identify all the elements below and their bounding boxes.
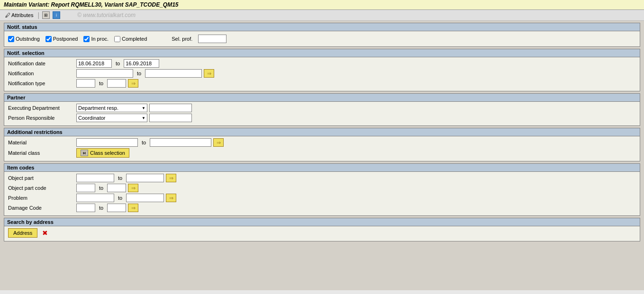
- checkbox-outstndng-input[interactable]: [8, 36, 14, 42]
- notification-to[interactable]: [145, 69, 202, 78]
- address-btn-label: Address: [13, 230, 32, 236]
- attributes-icon: 🖊: [5, 12, 10, 18]
- executing-dept-label: Executing Department: [8, 105, 74, 111]
- notif-type-to[interactable]: [107, 79, 126, 88]
- damage-code-arrow-btn[interactable]: ⇒: [128, 204, 138, 212]
- checkbox-inproc-label: In proc.: [91, 36, 109, 42]
- object-part-code-to-label: to: [99, 185, 103, 191]
- notif-date-to-label: to: [116, 61, 120, 66]
- person-responsible-label: Person Responsible: [8, 115, 74, 121]
- notif-selection-section: Notif. selection Notification date to No…: [4, 49, 640, 91]
- class-selection-label: Class selection: [90, 150, 125, 156]
- notif-status-body: Outstndng Postponed In proc. Completed S…: [4, 31, 640, 46]
- additional-restrictions-body: Material to ⇒ Material class H Class sel…: [4, 136, 640, 161]
- checkbox-completed-label: Completed: [122, 36, 147, 42]
- notif-type-from[interactable]: [76, 79, 95, 88]
- additional-restrictions-section: Additional restrictions Material to ⇒ Ma…: [4, 128, 640, 161]
- material-class-label: Material class: [8, 150, 74, 156]
- notif-type-label: Notification type: [8, 80, 74, 86]
- material-label: Material: [8, 140, 74, 145]
- notification-label: Notification: [8, 71, 74, 76]
- executing-dept-row: Executing Department Department resp. ▼: [8, 104, 636, 112]
- notification-to-label: to: [137, 71, 141, 76]
- notification-from[interactable]: [76, 69, 133, 78]
- object-part-arrow-btn[interactable]: ⇒: [166, 174, 176, 182]
- watermark: © www.tutorialkart.com: [77, 12, 136, 18]
- checkbox-completed-input[interactable]: [114, 36, 120, 42]
- delete-icon[interactable]: ✖: [42, 229, 48, 237]
- notification-arrow-btn[interactable]: ⇒: [204, 69, 214, 78]
- problem-label: Problem: [8, 195, 74, 201]
- toolbar: 🖊 Attributes | ⊞ i © www.tutorialkart.co…: [0, 10, 644, 21]
- object-part-code-label: Object part code: [8, 185, 74, 191]
- item-codes-body: Object part to ⇒ Object part code to ⇒ P…: [4, 172, 640, 215]
- checkbox-completed: Completed: [114, 36, 147, 42]
- problem-row: Problem to ⇒: [8, 194, 636, 202]
- partner-body: Executing Department Department resp. ▼ …: [4, 102, 640, 125]
- item-codes-section: Item codes Object part to ⇒ Object part …: [4, 163, 640, 216]
- notif-date-label: Notification date: [8, 61, 74, 66]
- damage-code-from[interactable]: [76, 204, 95, 212]
- search-by-address-body: Address ✖: [4, 226, 640, 241]
- notif-status-section: Notif. status Outstndng Postponed In pro…: [4, 23, 640, 47]
- problem-to-label: to: [118, 195, 122, 201]
- material-class-row: Material class H Class selection: [8, 148, 636, 158]
- notif-type-to-label: to: [99, 80, 103, 86]
- person-responsible-value: Coordinator: [78, 115, 105, 121]
- address-row: Address ✖: [8, 228, 636, 238]
- executing-dept-input[interactable]: [149, 104, 192, 112]
- icon-table[interactable]: ⊞: [42, 11, 50, 19]
- object-part-to[interactable]: [126, 174, 164, 182]
- problem-to[interactable]: [126, 194, 164, 202]
- item-codes-header: Item codes: [4, 164, 640, 172]
- checkbox-postponed-input[interactable]: [45, 36, 52, 42]
- notif-type-row: Notification type to ⇒: [8, 79, 636, 88]
- checkbox-outstndng-label: Outstndng: [16, 36, 40, 42]
- address-button[interactable]: Address: [8, 228, 37, 238]
- sel-prof-input[interactable]: [198, 35, 227, 43]
- notif-type-arrow-btn[interactable]: ⇒: [128, 79, 138, 88]
- object-part-code-to[interactable]: [107, 184, 126, 192]
- notif-date-from[interactable]: [76, 59, 112, 68]
- object-part-code-arrow-btn[interactable]: ⇒: [128, 184, 138, 192]
- object-part-row: Object part to ⇒: [8, 174, 636, 182]
- attributes-button[interactable]: 🖊 Attributes: [4, 12, 35, 18]
- notif-date-row: Notification date to: [8, 59, 636, 68]
- notif-selection-header: Notif. selection: [4, 49, 640, 57]
- executing-dept-dropdown[interactable]: Department resp. ▼: [76, 104, 147, 112]
- executing-dept-value: Department resp.: [78, 105, 118, 111]
- object-part-from[interactable]: [76, 174, 114, 182]
- object-part-code-from[interactable]: [76, 184, 95, 192]
- additional-restrictions-header: Additional restrictions: [4, 128, 640, 136]
- damage-code-to-label: to: [99, 205, 103, 211]
- material-arrow-btn[interactable]: ⇒: [213, 138, 224, 147]
- material-to[interactable]: [150, 138, 211, 147]
- person-responsible-input[interactable]: [149, 114, 192, 122]
- checkbox-postponed: Postponed: [45, 36, 78, 42]
- material-from[interactable]: [76, 138, 138, 147]
- notif-status-row: Outstndng Postponed In proc. Completed S…: [8, 33, 636, 45]
- checkbox-inproc-input[interactable]: [83, 36, 90, 42]
- object-part-code-row: Object part code to ⇒: [8, 184, 636, 192]
- person-responsible-dropdown[interactable]: Coordinator ▼: [76, 114, 147, 122]
- problem-from[interactable]: [76, 194, 114, 202]
- partner-header: Partner: [4, 94, 640, 102]
- main-content: Notif. status Outstndng Postponed In pro…: [0, 21, 644, 290]
- separator1: |: [37, 11, 39, 19]
- person-responsible-arrow-icon: ▼: [142, 116, 145, 120]
- notif-date-to[interactable]: [124, 59, 159, 68]
- object-part-label: Object part: [8, 175, 74, 181]
- problem-arrow-btn[interactable]: ⇒: [166, 194, 176, 202]
- attributes-label: Attributes: [11, 12, 33, 18]
- search-by-address-header: Search by address: [4, 218, 640, 226]
- damage-code-row: Damage Code to ⇒: [8, 204, 636, 212]
- executing-dept-arrow-icon: ▼: [142, 106, 145, 110]
- icon-info[interactable]: i: [53, 11, 60, 19]
- class-selection-btn[interactable]: H Class selection: [76, 148, 129, 158]
- title-text: Maintain Variant: Report RQMELL30, Varia…: [4, 1, 179, 8]
- checkbox-outstndng: Outstndng: [8, 36, 40, 42]
- sel-prof-label: Sel. prof.: [172, 36, 192, 42]
- search-by-address-section: Search by address Address ✖: [4, 218, 640, 241]
- damage-code-to[interactable]: [107, 204, 126, 212]
- notif-status-header: Notif. status: [4, 23, 640, 31]
